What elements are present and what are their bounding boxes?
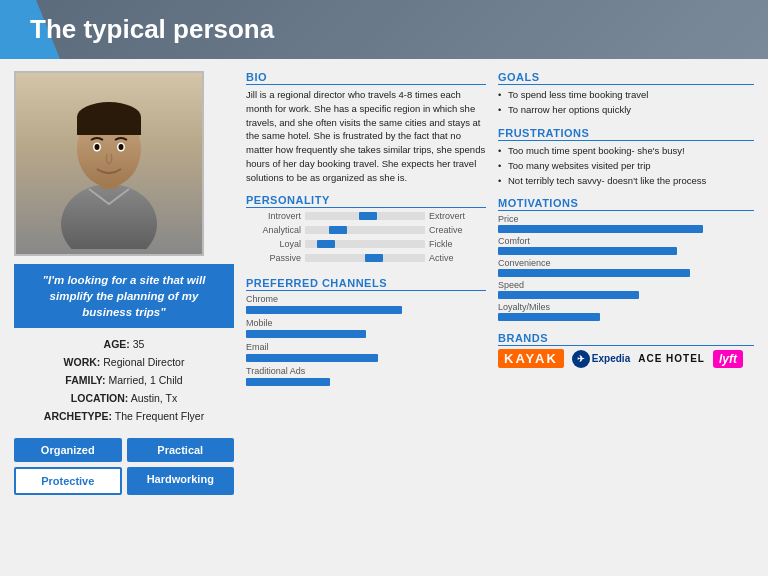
goals-section: GOALS To spend less time booking travel … bbox=[498, 71, 754, 119]
price-label: Price bbox=[498, 214, 754, 224]
traditional-bar bbox=[246, 378, 330, 386]
work-label: WORK: bbox=[64, 356, 101, 368]
left-column: "I'm looking for a site that will simpli… bbox=[14, 71, 234, 563]
age-value: 35 bbox=[133, 338, 145, 350]
info-archetype: ARCHETYPE: The Frequent Flyer bbox=[14, 408, 234, 426]
motiv-comfort: Comfort bbox=[498, 236, 754, 255]
fickle-label: Fickle bbox=[429, 239, 474, 249]
introvert-bar-track bbox=[305, 212, 425, 220]
tag-practical: Practical bbox=[127, 438, 235, 462]
passive-bar-fill bbox=[365, 254, 383, 262]
frustrations-section: FRUSTRATIONS Too much time spent booking… bbox=[498, 127, 754, 190]
persona-quote: "I'm looking for a site that will simpli… bbox=[14, 264, 234, 328]
location-value: Austin, Tx bbox=[131, 392, 178, 404]
location-label: LOCATION: bbox=[71, 392, 129, 404]
active-label: Active bbox=[429, 253, 474, 263]
content-area: "I'm looking for a site that will simpli… bbox=[0, 59, 768, 575]
comfort-label: Comfort bbox=[498, 236, 754, 246]
frustration-3: Not terribly tech savvy- doesn't like th… bbox=[498, 174, 754, 187]
motiv-price: Price bbox=[498, 214, 754, 233]
frustrations-list: Too much time spent booking- she's busy!… bbox=[498, 144, 754, 188]
frustrations-title: FRUSTRATIONS bbox=[498, 127, 754, 141]
brands-list: KAYAK ✈ Expedia ACE HOTEL lyft bbox=[498, 349, 754, 368]
speed-label: Speed bbox=[498, 280, 754, 290]
personality-row-1: Analytical Creative bbox=[246, 225, 486, 235]
personality-section: PERSONALITY Introvert Extrovert Analytic… bbox=[246, 194, 486, 267]
channel-chrome: Chrome bbox=[246, 294, 486, 314]
age-label: AGE: bbox=[104, 338, 130, 350]
creative-label: Creative bbox=[429, 225, 474, 235]
personality-title: PERSONALITY bbox=[246, 194, 486, 208]
page: The typical persona bbox=[0, 0, 768, 576]
tag-protective: Protective bbox=[14, 467, 122, 495]
photo-placeholder bbox=[16, 73, 202, 254]
loyal-bar-track bbox=[305, 240, 425, 248]
info-work: WORK: Regional Director bbox=[14, 354, 234, 372]
email-label: Email bbox=[246, 342, 486, 352]
introvert-label: Introvert bbox=[246, 211, 301, 221]
tag-organized: Organized bbox=[14, 438, 122, 462]
family-value: Married, 1 Child bbox=[109, 374, 183, 386]
expedia-icon: ✈ bbox=[572, 350, 590, 368]
goal-2: To narrow her options quickly bbox=[498, 103, 754, 116]
motivations-section: MOTIVATIONS Price Comfort Convenience Sp… bbox=[498, 197, 754, 324]
channels-section: PREFERRED CHANNELS Chrome Mobile Email T… bbox=[246, 277, 486, 390]
expedia-label: Expedia bbox=[592, 353, 630, 364]
brand-expedia: ✈ Expedia bbox=[572, 350, 630, 368]
price-bar bbox=[498, 225, 703, 233]
info-location: LOCATION: Austin, Tx bbox=[14, 390, 234, 408]
analytical-bar-track bbox=[305, 226, 425, 234]
personality-row-3: Passive Active bbox=[246, 253, 486, 263]
personality-row-2: Loyal Fickle bbox=[246, 239, 486, 249]
motiv-loyalty: Loyalty/Miles bbox=[498, 302, 754, 321]
chrome-label: Chrome bbox=[246, 294, 486, 304]
mobile-bar bbox=[246, 330, 366, 338]
info-age: AGE: 35 bbox=[14, 336, 234, 354]
loyalty-bar bbox=[498, 313, 600, 321]
brands-section: BRANDS KAYAK ✈ Expedia ACE HOTEL lyft bbox=[498, 332, 754, 368]
personality-row-0: Introvert Extrovert bbox=[246, 211, 486, 221]
loyal-bar-fill bbox=[317, 240, 335, 248]
person-illustration bbox=[49, 79, 169, 249]
email-bar bbox=[246, 354, 378, 362]
convenience-bar bbox=[498, 269, 690, 277]
analytical-bar-fill bbox=[329, 226, 347, 234]
channel-traditional: Traditional Ads bbox=[246, 366, 486, 386]
channel-email: Email bbox=[246, 342, 486, 362]
persona-photo bbox=[14, 71, 204, 256]
channel-mobile: Mobile bbox=[246, 318, 486, 338]
tag-hardworking: Hardworking bbox=[127, 467, 235, 495]
chrome-bar bbox=[246, 306, 402, 314]
motiv-speed: Speed bbox=[498, 280, 754, 299]
extrovert-label: Extrovert bbox=[429, 211, 474, 221]
passive-label: Passive bbox=[246, 253, 301, 263]
archetype-label: ARCHETYPE: bbox=[44, 410, 112, 422]
traditional-label: Traditional Ads bbox=[246, 366, 486, 376]
header: The typical persona bbox=[0, 0, 768, 59]
brands-title: BRANDS bbox=[498, 332, 754, 346]
analytical-label: Analytical bbox=[246, 225, 301, 235]
svg-point-8 bbox=[119, 144, 124, 150]
goals-list: To spend less time booking travel To nar… bbox=[498, 88, 754, 117]
archetype-value: The Frequent Flyer bbox=[115, 410, 204, 422]
goals-title: GOALS bbox=[498, 71, 754, 85]
middle-column: BIO Jill is a regional director who trav… bbox=[246, 71, 486, 563]
loyalty-label: Loyalty/Miles bbox=[498, 302, 754, 312]
page-title: The typical persona bbox=[30, 14, 274, 45]
quote-text: "I'm looking for a site that will simpli… bbox=[43, 274, 206, 318]
bio-text: Jill is a regional director who travels … bbox=[246, 88, 486, 184]
passive-bar-track bbox=[305, 254, 425, 262]
persona-tags: Organized Practical Protective Hardworki… bbox=[14, 438, 234, 495]
persona-info: AGE: 35 WORK: Regional Director FAMILY: … bbox=[14, 336, 234, 425]
svg-rect-4 bbox=[77, 117, 141, 135]
info-family: FAMILY: Married, 1 Child bbox=[14, 372, 234, 390]
bio-title: BIO bbox=[246, 71, 486, 85]
brand-ace-hotel: ACE HOTEL bbox=[638, 353, 705, 364]
brand-kayak: KAYAK bbox=[498, 349, 564, 368]
right-column: GOALS To spend less time booking travel … bbox=[498, 71, 754, 563]
svg-point-7 bbox=[95, 144, 100, 150]
introvert-bar-fill bbox=[359, 212, 377, 220]
mobile-label: Mobile bbox=[246, 318, 486, 328]
frustration-1: Too much time spent booking- she's busy! bbox=[498, 144, 754, 157]
motivations-title: MOTIVATIONS bbox=[498, 197, 754, 211]
